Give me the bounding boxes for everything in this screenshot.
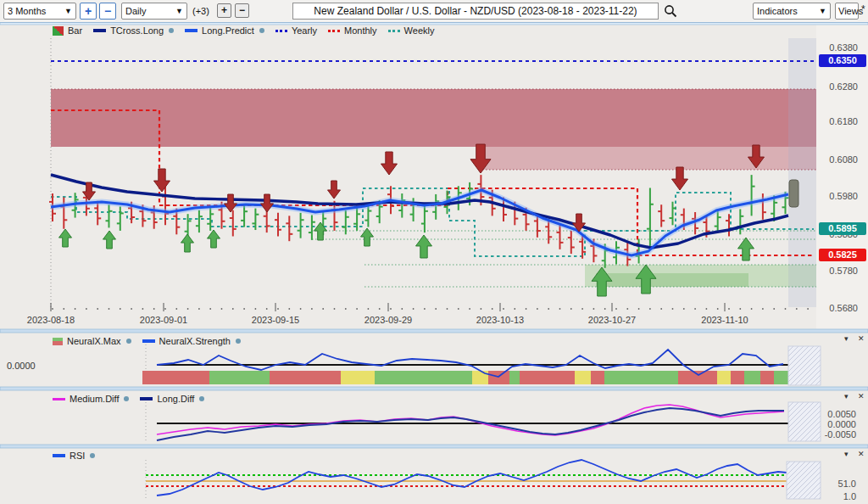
toolbar: 3 Months ▼ + − Daily ▼ (+3) + − New Zeal…	[0, 0, 868, 23]
indicators-select-value: Indicators	[757, 6, 798, 16]
range-select[interactable]: 3 Months ▼	[3, 3, 76, 20]
bar-offset-label: (+3)	[192, 3, 209, 20]
unsaved-indicator: *	[861, 1, 865, 18]
neuralx-collapse-button[interactable]: ▾	[844, 334, 849, 343]
interval-select[interactable]: Daily ▼	[121, 3, 187, 20]
neuralx-close-button[interactable]: ✕	[858, 334, 865, 343]
range-zoom-in-button[interactable]: +	[80, 3, 97, 20]
bars-minus-button[interactable]: −	[235, 3, 249, 18]
interval-select-value: Daily	[125, 6, 146, 16]
chevron-down-icon: ▼	[64, 7, 72, 15]
trading-app-window: 3 Months ▼ + − Daily ▼ (+3) + − New Zeal…	[0, 0, 868, 504]
rsi-collapse-button[interactable]: ▾	[844, 450, 849, 458]
chevron-down-icon: ▼	[175, 7, 183, 15]
chevron-down-icon: ▼	[819, 7, 826, 15]
views-select-value: Views	[838, 6, 863, 16]
chart-canvas	[0, 0, 868, 504]
range-select-value: 3 Months	[8, 6, 46, 16]
search-icon[interactable]	[664, 4, 677, 18]
views-select[interactable]: Views ▼	[835, 3, 859, 20]
symbol-title-input[interactable]: New Zealand Dollar / U.S. Dollar - NZD/U…	[292, 3, 659, 20]
rsi-close-button[interactable]: ✕	[858, 450, 865, 458]
bars-plus-button[interactable]: +	[217, 3, 231, 18]
diff-close-button[interactable]: ✕	[858, 392, 865, 400]
range-zoom-out-button[interactable]: −	[99, 3, 116, 20]
indicators-select[interactable]: Indicators ▼	[753, 3, 831, 20]
diff-collapse-button[interactable]: ▾	[844, 392, 849, 400]
